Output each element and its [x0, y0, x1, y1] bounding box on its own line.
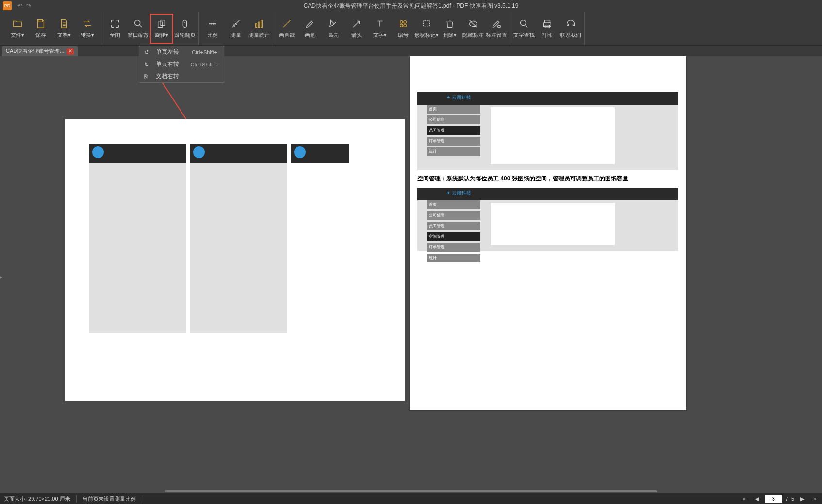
svg-rect-3	[183, 20, 186, 28]
rotate-icon	[156, 18, 167, 30]
tab-close-button[interactable]: ✕	[67, 48, 74, 55]
rotate-button[interactable]: 旋转▾	[150, 14, 173, 44]
page1-screenshot-3	[291, 144, 349, 333]
highlight-icon	[328, 18, 339, 30]
horizontal-scrollbar[interactable]	[165, 490, 657, 492]
svg-point-9	[400, 24, 403, 27]
rotate-direction-icon: ↻	[144, 61, 152, 68]
text-icon	[374, 18, 386, 30]
page-sep: /	[786, 496, 788, 502]
page1-screenshot-1	[89, 144, 186, 333]
scale-button[interactable]: 比例	[201, 14, 224, 44]
status-page-size: 页面大小: 29.70×21.00 厘米	[4, 495, 77, 503]
delete-icon	[444, 18, 456, 30]
svg-point-10	[404, 24, 407, 27]
status-scale-msg: 当前页未设置测量比例	[82, 495, 142, 503]
highlight-button[interactable]: 高亮	[322, 14, 345, 44]
fit-button[interactable]: 全图	[103, 14, 127, 44]
document-canvas[interactable]: ▸ "删除"表示将删除该员工所有资产，即该员工不再是 CAD 快看会员，他的云盘…	[0, 56, 822, 493]
svg-rect-1	[158, 22, 163, 27]
doc-icon	[58, 18, 70, 30]
zoomwin-button[interactable]: 窗口缩放	[127, 14, 150, 44]
zoomwin-icon	[132, 18, 144, 30]
save-button[interactable]: 保存	[29, 14, 52, 44]
shape-icon	[421, 18, 432, 30]
document-tab[interactable]: CAD快看企业账号管理... ✕	[2, 46, 78, 56]
file-button[interactable]: 文件▾	[6, 14, 29, 44]
text-button[interactable]: 文字▾	[368, 14, 392, 44]
redo-button[interactable]: ↷	[26, 2, 31, 9]
save-icon	[35, 18, 47, 30]
shape-button[interactable]: 形状标记▾	[415, 14, 438, 44]
stats-button[interactable]: 测量统计	[247, 14, 271, 44]
pen-icon	[304, 18, 316, 30]
page1-screenshot-2	[190, 144, 287, 333]
tab-label: CAD快看企业账号管理...	[6, 48, 64, 55]
number-button[interactable]: 编号	[392, 14, 415, 44]
svg-rect-5	[258, 22, 260, 27]
svg-point-13	[521, 20, 526, 26]
folder-icon	[12, 18, 23, 30]
svg-point-8	[404, 21, 407, 24]
contact-icon	[565, 18, 576, 30]
page2-screenshot-1: ✦ 云图科技 首页公司信息员工管理订单管理统计	[417, 92, 678, 170]
gutter-arrow-icon[interactable]: ▸	[0, 275, 2, 280]
rotate-menu-item[interactable]: ↻单页右转Ctrl+Shift++	[139, 58, 224, 70]
window-title: CAD快看企业账号管理平台使用手册及常见问题解答1.pdf - PDF 快速看图…	[304, 2, 519, 10]
doc-button[interactable]: 文档▾	[52, 14, 76, 44]
number-icon	[397, 18, 409, 30]
delete-button[interactable]: 删除▾	[438, 14, 461, 44]
hidemark-button[interactable]: 隐藏标注	[461, 14, 485, 44]
arrow-button[interactable]: 箭头	[345, 14, 368, 44]
svg-rect-14	[545, 20, 550, 23]
svg-rect-4	[256, 24, 257, 27]
svg-rect-11	[424, 21, 430, 27]
line-icon	[281, 18, 293, 30]
prev-page-button[interactable]: ◀	[753, 496, 761, 502]
rotate-menu-item[interactable]: ⎘文档右转	[139, 70, 224, 82]
first-page-button[interactable]: ⇤	[741, 496, 749, 502]
arrow-icon	[351, 18, 362, 30]
findtext-icon	[518, 18, 530, 30]
contact-button[interactable]: 联系我们	[559, 14, 582, 44]
marksettings-button[interactable]: 标注设置	[485, 14, 508, 44]
convert-button[interactable]: 转换▾	[76, 14, 99, 44]
svg-rect-6	[261, 20, 263, 28]
findtext-button[interactable]: 文字查找	[512, 14, 536, 44]
svg-point-0	[135, 20, 140, 26]
status-bar: 页面大小: 29.70×21.00 厘米 当前页未设置测量比例 ⇤ ◀ / 5 …	[0, 493, 822, 504]
tab-bar: CAD快看企业账号管理... ✕	[0, 46, 822, 56]
page2-heading: 空间管理：系统默认为每位员工 400 张图纸的空间，管理员可调整员工的图纸容量	[417, 175, 678, 183]
svg-point-12	[498, 25, 501, 28]
fit-icon	[109, 18, 121, 30]
svg-point-7	[400, 21, 403, 24]
last-page-button[interactable]: ⇥	[810, 496, 818, 502]
rotate-dropdown: ↺单页左转Ctrl+Shift+-↻单页右转Ctrl+Shift++⎘文档右转	[139, 46, 224, 83]
line-button[interactable]: 画直线	[275, 14, 298, 44]
title-bar: PD ↶ ↷ CAD快看企业账号管理平台使用手册及常见问题解答1.pdf - P…	[0, 0, 822, 12]
pdf-page-right: ✦ 云图科技 首页公司信息员工管理订单管理统计 空间管理：系统默认为每位员工 4…	[410, 56, 686, 410]
rotate-menu-item[interactable]: ↺单页左转Ctrl+Shift+-	[139, 46, 224, 58]
page-number-input[interactable]	[765, 495, 782, 503]
hidemark-icon	[467, 18, 479, 30]
rotate-direction-icon: ⎘	[144, 73, 152, 80]
scroll-button[interactable]: 滚轮翻页	[173, 14, 197, 44]
stats-icon	[253, 18, 265, 30]
scale-icon	[207, 18, 218, 30]
print-icon	[542, 18, 553, 30]
measure-button[interactable]: 测量	[224, 14, 247, 44]
main-toolbar: 文件▾保存文档▾转换▾全图窗口缩放旋转▾滚轮翻页比例测量测量统计画直线画笔高亮箭…	[0, 12, 822, 46]
undo-redo-group: ↶ ↷	[17, 2, 31, 9]
next-page-button[interactable]: ▶	[798, 496, 806, 502]
marksettings-icon	[491, 18, 502, 30]
rotate-direction-icon: ↺	[144, 49, 152, 56]
convert-icon	[82, 18, 93, 30]
app-icon: PD	[3, 1, 12, 10]
print-button[interactable]: 打印	[536, 14, 559, 44]
total-pages: 5	[791, 496, 794, 502]
pen-button[interactable]: 画笔	[298, 14, 322, 44]
undo-button[interactable]: ↶	[17, 2, 22, 9]
measure-icon	[230, 18, 242, 30]
page2-screenshot-2: ✦ 云图科技 首页公司信息员工管理空间管理订单管理统计	[417, 188, 678, 251]
scroll-icon	[179, 18, 191, 30]
